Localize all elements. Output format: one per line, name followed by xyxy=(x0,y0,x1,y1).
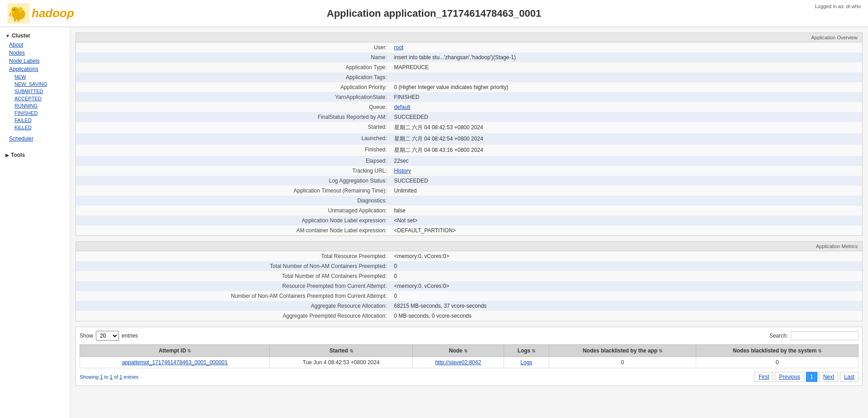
blacklisted-app-cell: 0 xyxy=(549,357,696,368)
blacklisted-system-cell: 0 xyxy=(696,357,859,368)
overview-label: Started: xyxy=(76,122,391,133)
page-title: Application application_1717461478463_00… xyxy=(327,8,541,19)
sidebar-item-scheduler[interactable]: Scheduler xyxy=(0,135,70,143)
main-layout: Cluster About Nodes Node Labels Applicat… xyxy=(0,27,868,418)
col-started[interactable]: Started xyxy=(270,345,412,357)
attempt-id-cell[interactable]: appattempt_1717461478463_0001_000001 xyxy=(80,357,270,368)
table-row: appattempt_1717461478463_0001_000001Tue … xyxy=(80,357,859,368)
table-row: Application Tags: xyxy=(76,72,862,82)
col-blacklisted-system[interactable]: Nodes blacklisted by the system xyxy=(696,345,859,357)
table-row: YarnApplicationState:FINISHED xyxy=(76,92,862,102)
header: hadoop Application application_171746147… xyxy=(0,0,868,27)
overview-label: Application Node Label expression: xyxy=(76,216,391,225)
overview-value: <DEFAULT_PARTITION> xyxy=(391,225,862,235)
table-row: Launched:星期二 六月 04 08:42:54 +0800 2024 xyxy=(76,133,862,145)
sidebar-item-nodes[interactable]: Nodes xyxy=(0,49,70,57)
metrics-value: <memory:0, vCores:0> xyxy=(391,281,862,291)
metrics-label: Number of Non-AM Containers Preempted fr… xyxy=(76,291,391,301)
sidebar-item-applications[interactable]: Applications xyxy=(0,65,70,73)
col-attempt-id[interactable]: Attempt ID xyxy=(80,345,270,357)
next-page-btn[interactable]: Next xyxy=(819,372,839,382)
tools-header[interactable]: Tools xyxy=(0,150,70,160)
col-node[interactable]: Node xyxy=(412,345,504,357)
sidebar-sub-submitted[interactable]: SUBMITTED xyxy=(0,88,70,95)
sidebar-sub-failed[interactable]: FAILED xyxy=(0,117,70,124)
metrics-label: Resource Preempted from Current Attempt: xyxy=(76,281,391,291)
table-row: Unmanaged Application:false xyxy=(76,206,862,216)
overview-label: Log Aggregation Status: xyxy=(76,176,391,186)
overview-value: SUCCEEDED xyxy=(391,112,862,122)
table-row: User:root xyxy=(76,42,862,52)
col-blacklisted-app[interactable]: Nodes blacklisted by the app xyxy=(549,345,696,357)
metrics-label: Total Number of Non-AM Containers Preemp… xyxy=(76,261,391,271)
table-row: Total Resource Preempted:<memory:0, vCor… xyxy=(76,251,862,261)
overview-value: Unlimited xyxy=(391,186,862,196)
overview-table: User:rootName:insert into table stu...'z… xyxy=(76,42,862,235)
table-row: Queue:default xyxy=(76,102,862,112)
started-cell: Tue Jun 4 08:42:53 +0800 2024 xyxy=(270,357,412,368)
metrics-value: 0 xyxy=(391,261,862,271)
search-input[interactable] xyxy=(791,331,859,340)
metrics-label: Total Resource Preempted: xyxy=(76,251,391,261)
metrics-table: Total Resource Preempted:<memory:0, vCor… xyxy=(76,251,862,321)
sidebar-item-node-labels[interactable]: Node Labels xyxy=(0,57,70,65)
overview-label: AM container Node Label expression: xyxy=(76,225,391,235)
table-row: Application Timeout (Remaining Time):Unl… xyxy=(76,186,862,196)
table-row: Total Number of Non-AM Containers Preemp… xyxy=(76,261,862,271)
tools-section: Tools xyxy=(0,150,70,160)
footer-entries-end: entries xyxy=(123,374,138,380)
table-row: Resource Preempted from Current Attempt:… xyxy=(76,281,862,291)
overview-value: insert into table stu...'zhangsan','hado… xyxy=(391,52,862,62)
overview-label: FinalStatus Reported by AM: xyxy=(76,112,391,122)
metrics-value: 0 xyxy=(391,271,862,281)
overview-value: 0 (Higher Integer value indicates higher… xyxy=(391,82,862,92)
table-controls-left: Show 20 50 100 entries xyxy=(80,331,138,341)
first-page-btn[interactable]: First xyxy=(755,372,773,382)
table-row: Application Type:MAPREDUCE xyxy=(76,62,862,72)
overview-label: Queue: xyxy=(76,102,391,112)
metrics-value: 0 MB-seconds, 0 vcore-seconds xyxy=(391,311,862,321)
footer-to: to xyxy=(104,374,108,380)
sidebar-sub-killed[interactable]: KILLED xyxy=(0,124,70,131)
current-page-btn[interactable]: 1 xyxy=(806,372,817,382)
table-row: Diagnostics: xyxy=(76,196,862,206)
overview-label: Launched: xyxy=(76,133,391,145)
overview-value: FINISHED xyxy=(391,92,862,102)
col-logs[interactable]: Logs xyxy=(504,345,549,357)
overview-value[interactable]: root xyxy=(391,42,862,52)
show-select[interactable]: 20 50 100 xyxy=(96,331,119,341)
overview-label: Application Timeout (Remaining Time): xyxy=(76,186,391,196)
overview-value: MAPREDUCE xyxy=(391,62,862,72)
metrics-panel: Application Metrics Total Resource Preem… xyxy=(75,241,863,321)
sidebar-item-about[interactable]: About xyxy=(0,41,70,49)
node-cell[interactable]: http://slave02:8042 xyxy=(412,357,504,368)
table-row: Application Node Label expression:<Not s… xyxy=(76,216,862,225)
sidebar-sub-accepted[interactable]: ACCEPTED xyxy=(0,95,70,102)
sidebar: Cluster About Nodes Node Labels Applicat… xyxy=(0,27,70,418)
sidebar-sub-new-saving[interactable]: NEW_SAVING xyxy=(0,80,70,88)
metrics-value: 0 xyxy=(391,291,862,301)
table-row: Started:星期二 六月 04 08:42:53 +0800 2024 xyxy=(76,122,862,133)
cluster-section-header[interactable]: Cluster xyxy=(0,31,70,41)
overview-value[interactable]: History xyxy=(391,166,862,176)
overview-value: 星期二 六月 04 08:42:54 +0800 2024 xyxy=(391,133,862,145)
overview-label: Application Tags: xyxy=(76,72,391,82)
sidebar-sub-finished[interactable]: FINISHED xyxy=(0,109,70,117)
table-row: Aggregate Resource Allocation:68215 MB-s… xyxy=(76,301,862,311)
last-page-btn[interactable]: Last xyxy=(840,372,859,382)
overview-value[interactable]: default xyxy=(391,102,862,112)
overview-label: Application Type: xyxy=(76,62,391,72)
logs-cell[interactable]: Logs xyxy=(504,357,549,368)
overview-value: SUCCEEDED xyxy=(391,176,862,186)
prev-page-btn[interactable]: Previous xyxy=(775,372,804,382)
hadoop-elephant-icon xyxy=(7,3,30,23)
sidebar-sub-running[interactable]: RUNNING xyxy=(0,102,70,109)
table-header-row: Attempt ID Started Node Logs Nodes black… xyxy=(80,345,859,357)
sidebar-sub-new[interactable]: NEW xyxy=(0,73,70,80)
sidebar-divider-2 xyxy=(0,143,70,146)
overview-label: Finished: xyxy=(76,145,391,156)
metrics-label: Total Number of AM Containers Preempted: xyxy=(76,271,391,281)
table-row: Name:insert into table stu...'zhangsan',… xyxy=(76,52,862,62)
table-footer: Showing 1 to 1 of 1 entries First Previo… xyxy=(80,372,859,382)
table-row: Total Number of AM Containers Preempted:… xyxy=(76,271,862,281)
